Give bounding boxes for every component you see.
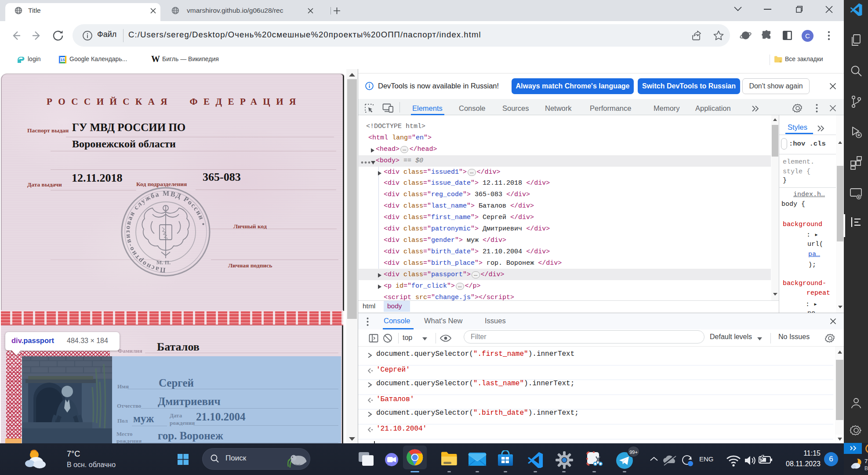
svg-text:15: 15 <box>60 57 65 62</box>
svg-text:М. П.: М. П. <box>156 259 171 266</box>
